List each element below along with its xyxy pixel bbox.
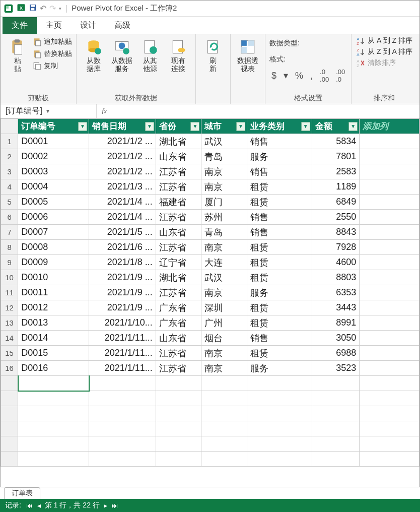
cell-date[interactable]: 2021/1/11... (89, 361, 156, 376)
select-all-corner[interactable] (1, 119, 18, 134)
cell-province[interactable]: 江苏省 (156, 240, 201, 255)
cell-city[interactable]: 厦门 (201, 195, 247, 210)
table-row[interactable]: 7 D0007 2021/1/5 ... 山东省 青岛 销售 8843 (1, 225, 419, 240)
cell-amount[interactable]: 7801 (312, 149, 360, 164)
cell-add[interactable] (360, 361, 419, 376)
excel-icon[interactable]: X (17, 3, 26, 14)
cell-province[interactable]: 广东省 (156, 300, 201, 315)
first-record-icon[interactable]: ⏮ (26, 501, 33, 509)
from-data-service-button[interactable]: 从数据 服务 (109, 36, 135, 73)
cell-amount[interactable]: 5834 (312, 134, 360, 149)
cell-order-id[interactable]: D0011 (18, 285, 89, 300)
cell-add[interactable] (360, 285, 419, 300)
cell-date[interactable]: 2021/1/11... (89, 346, 156, 361)
cell-date[interactable]: 2021/1/9 ... (89, 270, 156, 285)
paste-button[interactable]: 粘 贴 (5, 36, 31, 73)
qat-dropdown-icon[interactable]: ▾ (59, 6, 61, 11)
cell-province[interactable]: 江苏省 (156, 361, 201, 376)
cell-order-id[interactable]: D0005 (18, 195, 89, 210)
cell-province[interactable]: 江苏省 (156, 346, 201, 361)
col-biz-type[interactable]: 业务类别▼ (247, 119, 312, 134)
cell-add[interactable] (360, 134, 419, 149)
filter-dropdown-icon[interactable]: ▼ (190, 122, 199, 131)
cell-city[interactable]: 青岛 (201, 225, 247, 240)
replace-paste-button[interactable]: 替换粘贴 (33, 48, 72, 59)
cell-date[interactable]: 2021/1/2 ... (89, 134, 156, 149)
number-format-buttons[interactable]: $▾%,.0.00.00.0 (269, 69, 347, 83)
row-header[interactable]: 2 (1, 149, 18, 164)
cell-add[interactable] (360, 240, 419, 255)
cell-city[interactable]: 深圳 (201, 300, 247, 315)
cell-date[interactable]: 2021/1/9 ... (89, 300, 156, 315)
cell-add[interactable] (360, 225, 419, 240)
cell-amount[interactable]: 6353 (312, 285, 360, 300)
tab-home[interactable]: 主页 (37, 17, 71, 34)
row-header[interactable]: 6 (1, 210, 18, 225)
row-header[interactable]: 8 (1, 240, 18, 255)
col-date[interactable]: 销售日期▼ (89, 119, 156, 134)
cell-biz[interactable]: 租赁 (247, 179, 312, 195)
cell-city[interactable]: 南京 (201, 240, 247, 255)
table-row[interactable]: 1 D0001 2021/1/2 ... 湖北省 武汉 销售 5834 (1, 134, 419, 149)
cell-amount[interactable]: 2583 (312, 164, 360, 179)
data-grid[interactable]: 订单编号▼ 销售日期▼ 省份▼ 城市▼ 业务类别▼ 金额▼ 添加列 1 D000… (1, 118, 419, 467)
col-amount[interactable]: 金额▼ (312, 119, 360, 134)
prev-record-icon[interactable]: ◂ (37, 501, 41, 509)
cell-add[interactable] (360, 210, 419, 225)
cell-amount[interactable]: 8843 (312, 225, 360, 240)
cell-order-id[interactable]: D0014 (18, 331, 89, 346)
cell-order-id[interactable]: D0006 (18, 210, 89, 225)
table-row[interactable]: 11 D0011 2021/1/9 ... 江苏省 南京 服务 6353 (1, 285, 419, 300)
cell-date[interactable]: 2021/1/5 ... (89, 225, 156, 240)
cell-order-id[interactable]: D0013 (18, 315, 89, 331)
cell-city[interactable]: 南京 (201, 285, 247, 300)
row-header[interactable]: 14 (1, 331, 18, 346)
cell-province[interactable]: 湖北省 (156, 134, 201, 149)
cell-biz[interactable]: 服务 (247, 149, 312, 164)
cell-amount[interactable]: 8803 (312, 270, 360, 285)
from-other-source-button[interactable]: 从其 他源 (137, 36, 163, 73)
row-header[interactable]: 9 (1, 255, 18, 270)
filter-dropdown-icon[interactable]: ▼ (78, 122, 87, 131)
cell-city[interactable]: 武汉 (201, 134, 247, 149)
cell-date[interactable]: 2021/1/6 ... (89, 240, 156, 255)
existing-connection-button[interactable]: 现有 连接 (165, 36, 191, 73)
cell-date[interactable]: 2021/1/4 ... (89, 210, 156, 225)
row-header[interactable]: 16 (1, 361, 18, 376)
from-database-button[interactable]: 从数 据库 (81, 36, 107, 73)
cell-biz[interactable]: 服务 (247, 285, 312, 300)
tab-advanced[interactable]: 高级 (105, 17, 139, 34)
row-header[interactable]: 4 (1, 179, 18, 195)
filter-dropdown-icon[interactable]: ▼ (301, 122, 310, 131)
last-record-icon[interactable]: ⏭ (111, 501, 118, 509)
cell-biz[interactable]: 销售 (247, 225, 312, 240)
filter-dropdown-icon[interactable]: ▼ (145, 122, 154, 131)
save-icon[interactable] (29, 4, 37, 13)
cell-city[interactable]: 苏州 (201, 210, 247, 225)
sort-za-button[interactable]: ZA从 Z 到 A 排序 (356, 47, 412, 56)
cell-date[interactable]: 2021/1/4 ... (89, 195, 156, 210)
refresh-button[interactable]: 刷 新 (200, 36, 226, 73)
cell-amount[interactable]: 3050 (312, 331, 360, 346)
cell-province[interactable]: 广东省 (156, 315, 201, 331)
table-row[interactable]: 14 D0014 2021/1/11... 山东省 烟台 销售 3050 (1, 331, 419, 346)
row-header[interactable]: 15 (1, 346, 18, 361)
row-header[interactable]: 10 (1, 270, 18, 285)
pivot-table-button[interactable]: 数据透 视表 (235, 36, 261, 73)
row-header[interactable]: 13 (1, 315, 18, 331)
col-add-column[interactable]: 添加列 (360, 119, 419, 134)
col-city[interactable]: 城市▼ (201, 119, 247, 134)
undo-icon[interactable]: ↶ (40, 4, 46, 13)
cell-biz[interactable]: 销售 (247, 164, 312, 179)
cell-biz[interactable]: 租赁 (247, 315, 312, 331)
cell-city[interactable]: 青岛 (201, 149, 247, 164)
cell-amount[interactable]: 4600 (312, 255, 360, 270)
name-box[interactable]: [订单编号]▼ (1, 106, 96, 116)
cell-add[interactable] (360, 270, 419, 285)
cell-amount[interactable]: 7928 (312, 240, 360, 255)
cell-city[interactable]: 烟台 (201, 331, 247, 346)
cell-order-id[interactable]: D0015 (18, 346, 89, 361)
table-row[interactable]: 12 D0012 2021/1/9 ... 广东省 深圳 租赁 3443 (1, 300, 419, 315)
cell-order-id[interactable]: D0003 (18, 164, 89, 179)
cell-province[interactable]: 山东省 (156, 331, 201, 346)
